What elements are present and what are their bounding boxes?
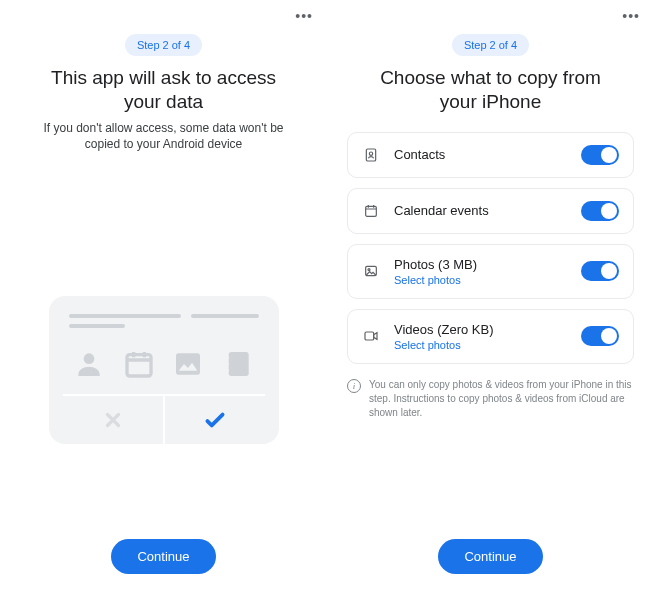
svg-rect-3 <box>228 352 248 376</box>
option-calendar[interactable]: Calendar events <box>347 188 634 234</box>
contacts-icon <box>362 146 380 164</box>
info-text: You can only copy photos & videos from y… <box>369 378 634 420</box>
page-title: This app will ask to access your data <box>34 66 294 114</box>
option-contacts[interactable]: Contacts <box>347 132 634 178</box>
option-videos[interactable]: Videos (Zero KB) Select photos <box>347 309 634 364</box>
person-icon <box>73 348 105 380</box>
screen-access-data: ••• Step 2 of 4 This app will ask to acc… <box>0 0 327 594</box>
option-photos[interactable]: Photos (3 MB) Select photos <box>347 244 634 299</box>
continue-button[interactable]: Continue <box>111 539 215 574</box>
more-icon[interactable]: ••• <box>622 8 640 24</box>
calendar-icon <box>362 202 380 220</box>
option-label: Contacts <box>394 147 581 162</box>
deny-icon <box>63 396 165 444</box>
calendar-icon <box>123 348 155 380</box>
toggle-contacts[interactable] <box>581 145 619 165</box>
svg-point-0 <box>84 354 95 365</box>
svg-rect-1 <box>127 355 151 376</box>
screen-choose-copy: ••• Step 2 of 4 Choose what to copy from… <box>327 0 654 594</box>
toggle-calendar[interactable] <box>581 201 619 221</box>
toggle-videos[interactable] <box>581 326 619 346</box>
select-photos-link[interactable]: Select photos <box>394 274 581 286</box>
svg-point-5 <box>369 152 372 155</box>
info-note: You can only copy photos & videos from y… <box>347 378 634 420</box>
permission-illustration <box>49 296 279 444</box>
more-icon[interactable]: ••• <box>295 8 313 24</box>
option-label: Videos (Zero KB) <box>394 322 581 337</box>
svg-rect-2 <box>176 354 200 375</box>
page-title: Choose what to copy from your iPhone <box>361 66 621 114</box>
svg-rect-6 <box>366 206 377 216</box>
option-label: Photos (3 MB) <box>394 257 581 272</box>
notebook-icon <box>222 348 254 380</box>
step-badge: Step 2 of 4 <box>452 34 529 56</box>
svg-rect-9 <box>365 332 374 340</box>
select-videos-link[interactable]: Select photos <box>394 339 581 351</box>
allow-icon <box>165 396 265 444</box>
image-icon <box>172 348 204 380</box>
option-label: Calendar events <box>394 203 581 218</box>
illustration-area <box>20 152 307 539</box>
copy-options-list: Contacts Calendar events Photos (3 MB) S… <box>347 132 634 364</box>
step-badge: Step 2 of 4 <box>125 34 202 56</box>
continue-button[interactable]: Continue <box>438 539 542 574</box>
toggle-photos[interactable] <box>581 261 619 281</box>
photos-icon <box>362 262 380 280</box>
svg-point-8 <box>368 269 370 271</box>
videos-icon <box>362 327 380 345</box>
info-icon <box>347 379 361 393</box>
page-subtitle: If you don't allow access, some data won… <box>29 120 299 152</box>
